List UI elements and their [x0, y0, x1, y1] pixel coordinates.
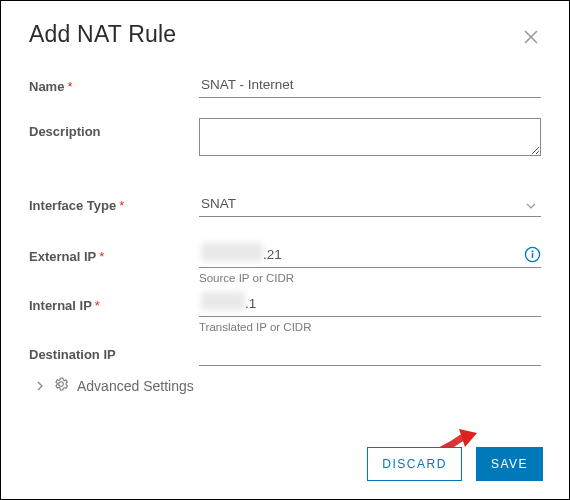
svg-rect-2 — [532, 253, 534, 258]
row-interface-type: Interface Type* — [29, 192, 541, 217]
row-description: Description — [29, 118, 541, 160]
name-input[interactable] — [199, 73, 541, 98]
row-name: Name* — [29, 73, 541, 98]
modal-title: Add NAT Rule — [29, 21, 176, 48]
svg-point-1 — [532, 250, 534, 252]
label-destination-ip: Destination IP — [29, 341, 199, 362]
add-nat-rule-modal: Add NAT Rule Name* Description Interface… — [0, 0, 570, 500]
interface-type-select[interactable] — [199, 192, 541, 217]
modal-header: Add NAT Rule — [29, 21, 541, 51]
caret-right-icon — [35, 377, 45, 395]
external-ip-input[interactable]: .21 — [199, 243, 541, 268]
gear-icon — [53, 376, 69, 396]
info-icon[interactable] — [524, 246, 541, 267]
internal-ip-input[interactable]: .1 — [199, 292, 541, 317]
label-interface-type: Interface Type* — [29, 192, 199, 213]
modal-footer: DISCARD SAVE — [367, 447, 543, 481]
save-button[interactable]: SAVE — [476, 447, 543, 481]
advanced-settings-toggle[interactable]: Advanced Settings — [35, 376, 541, 396]
row-destination-ip: Destination IP — [29, 341, 541, 366]
label-name: Name* — [29, 73, 199, 94]
close-icon[interactable] — [521, 25, 541, 51]
label-description: Description — [29, 118, 199, 139]
row-external-ip: External IP* .21 Source IP or CIDR — [29, 243, 541, 286]
internal-ip-hint: Translated IP or CIDR — [199, 321, 541, 333]
label-internal-ip: Internal IP* — [29, 292, 199, 313]
description-textarea[interactable] — [199, 118, 541, 156]
external-ip-hint: Source IP or CIDR — [199, 272, 541, 284]
row-internal-ip: Internal IP* .1 Translated IP or CIDR — [29, 292, 541, 335]
destination-ip-input[interactable] — [199, 341, 541, 366]
discard-button[interactable]: DISCARD — [367, 447, 462, 481]
advanced-settings-label: Advanced Settings — [77, 378, 194, 394]
label-external-ip: External IP* — [29, 243, 199, 264]
